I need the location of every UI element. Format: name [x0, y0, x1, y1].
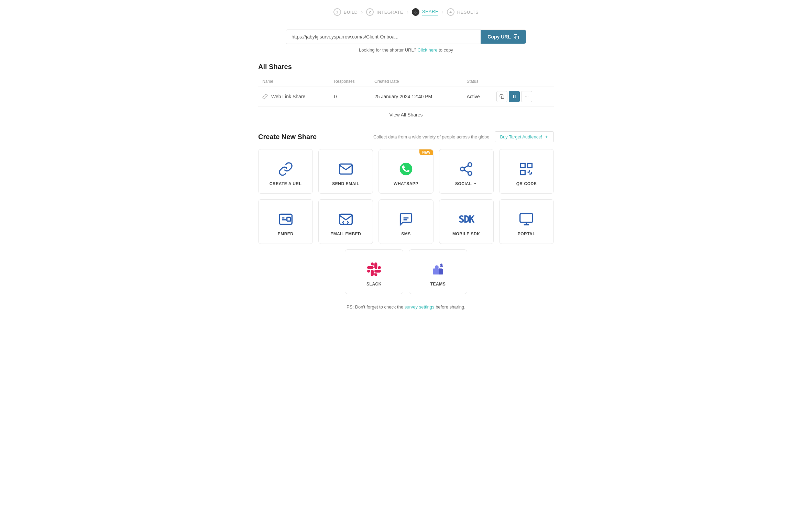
embed-card[interactable]: EMBED: [258, 199, 313, 244]
survey-settings-link[interactable]: survey settings: [405, 304, 435, 310]
share-grid-row2: EMBED EMAIL EMBED SMS: [258, 199, 554, 244]
send-email-label: SEND EMAIL: [332, 181, 359, 186]
footer-note: PS: Don't forget to check the survey set…: [258, 304, 554, 310]
share-name-cell: Web Link Share: [262, 94, 326, 99]
portal-card[interactable]: PORTAL: [499, 199, 554, 244]
teams-label: TEAMS: [430, 282, 446, 287]
embed-label: EMBED: [278, 232, 294, 236]
status-cell: Active: [462, 87, 492, 106]
col-created-date: Created Date: [370, 76, 462, 87]
slack-icon: [366, 261, 382, 278]
send-email-card[interactable]: SEND EMAIL: [318, 149, 373, 194]
svg-rect-0: [516, 36, 519, 39]
mobile-sdk-icon: SDK: [458, 211, 474, 227]
view-all-shares-link[interactable]: View All Shares: [258, 112, 554, 117]
svg-rect-1: [501, 96, 504, 99]
portal-icon: [518, 211, 535, 227]
svg-line-9: [464, 166, 469, 168]
step-share[interactable]: 3 SHARE: [412, 8, 438, 16]
header-right: Collect data from a wide variety of peop…: [373, 131, 554, 142]
mobile-sdk-card[interactable]: SDK MOBILE SDK: [439, 199, 494, 244]
slack-label: SLACK: [366, 282, 382, 287]
web-link-name: Web Link Share: [271, 94, 305, 99]
svg-rect-10: [521, 164, 525, 168]
url-input[interactable]: [286, 30, 481, 44]
buy-target-audience-button[interactable]: Buy Target Audience! ＋: [495, 131, 554, 142]
email-embed-label: EMAIL EMBED: [330, 232, 361, 236]
qr-code-card[interactable]: QR CODE: [499, 149, 554, 194]
whatsapp-label: WHATSAPP: [394, 181, 418, 186]
social-label: SOCIAL: [455, 181, 477, 186]
plus-icon: ＋: [544, 134, 549, 140]
send-email-icon: [338, 161, 354, 177]
table-row: Web Link Share 0 25 January 2024 12:40 P…: [258, 87, 554, 106]
step-circle-results: 4: [447, 8, 454, 16]
all-shares-title: All Shares: [258, 63, 554, 71]
email-embed-icon: [338, 211, 354, 227]
step-circle-build: 1: [333, 8, 341, 16]
copy-url-button[interactable]: Copy URL: [481, 30, 526, 44]
svg-rect-3: [515, 95, 515, 98]
slack-card[interactable]: SLACK: [345, 249, 403, 294]
copy-share-button[interactable]: [496, 91, 507, 102]
main-content: Copy URL Looking for the shorter URL? Cl…: [251, 23, 561, 330]
email-embed-card[interactable]: EMAIL EMBED: [318, 199, 373, 244]
svg-rect-2: [513, 95, 514, 98]
social-card[interactable]: SOCIAL: [439, 149, 494, 194]
step-circle-integrate: 2: [366, 8, 374, 16]
short-url-note: Looking for the shorter URL? Click here …: [258, 47, 554, 53]
step-integrate[interactable]: 2 INTEGRATE: [366, 8, 403, 16]
svg-rect-27: [520, 214, 533, 223]
new-badge: NEW: [419, 149, 433, 155]
col-responses: Responses: [330, 76, 370, 87]
step-label-results: RESULTS: [457, 10, 479, 15]
svg-rect-21: [279, 214, 292, 224]
whatsapp-card[interactable]: NEW WHATSAPP: [378, 149, 433, 194]
qr-code-label: QR CODE: [516, 181, 537, 186]
share-grid-row3: SLACK TEAMS: [258, 249, 554, 294]
create-url-card[interactable]: CREATE A URL: [258, 149, 313, 194]
svg-point-4: [400, 163, 413, 176]
click-here-link[interactable]: Click here: [418, 47, 438, 53]
col-status: Status: [462, 76, 492, 87]
chevron-down-icon: [473, 182, 477, 186]
svg-point-5: [468, 163, 472, 167]
create-share-title: Create New Share: [258, 133, 317, 141]
shares-table: Name Responses Created Date Status Web: [258, 76, 554, 106]
step-results[interactable]: 4 RESULTS: [447, 8, 479, 16]
sms-card[interactable]: SMS: [378, 199, 433, 244]
table-actions: ···: [496, 91, 550, 102]
copy-icon: [514, 34, 519, 40]
teams-card[interactable]: TEAMS: [409, 249, 467, 294]
svg-rect-12: [521, 170, 525, 175]
responses-cell: 0: [330, 87, 370, 106]
arrow-2: ›: [407, 9, 408, 15]
svg-point-7: [468, 171, 472, 175]
col-name: Name: [258, 76, 330, 87]
step-circle-share: 3: [412, 8, 419, 16]
url-bar: Copy URL: [286, 30, 526, 44]
sms-label: SMS: [401, 232, 411, 236]
mobile-sdk-label: MOBILE SDK: [452, 232, 480, 236]
embed-icon: [277, 211, 294, 227]
web-link-icon: [262, 94, 268, 99]
share-grid-row1: CREATE A URL SEND EMAIL NEW WHATSAPP: [258, 149, 554, 194]
svg-point-30: [440, 263, 442, 266]
step-label-share: SHARE: [422, 9, 438, 15]
create-url-icon: [277, 161, 294, 177]
social-icon: [458, 161, 474, 177]
create-url-label: CREATE A URL: [270, 181, 302, 186]
portal-label: PORTAL: [518, 232, 535, 236]
more-actions-button[interactable]: ···: [521, 91, 532, 102]
step-label-integrate: INTEGRATE: [376, 10, 403, 15]
create-share-header: Create New Share Collect data from a wid…: [258, 131, 554, 142]
svg-line-8: [464, 170, 469, 172]
stepper: 1 BUILD › 2 INTEGRATE › 3 SHARE › 4 RESU…: [0, 0, 812, 23]
teams-icon: [430, 261, 446, 278]
arrow-3: ›: [442, 9, 443, 15]
qr-code-icon: [518, 161, 535, 177]
pause-share-button[interactable]: [509, 91, 520, 102]
step-label-build: BUILD: [344, 10, 358, 15]
step-build[interactable]: 1 BUILD: [333, 8, 358, 16]
svg-rect-11: [528, 164, 532, 168]
